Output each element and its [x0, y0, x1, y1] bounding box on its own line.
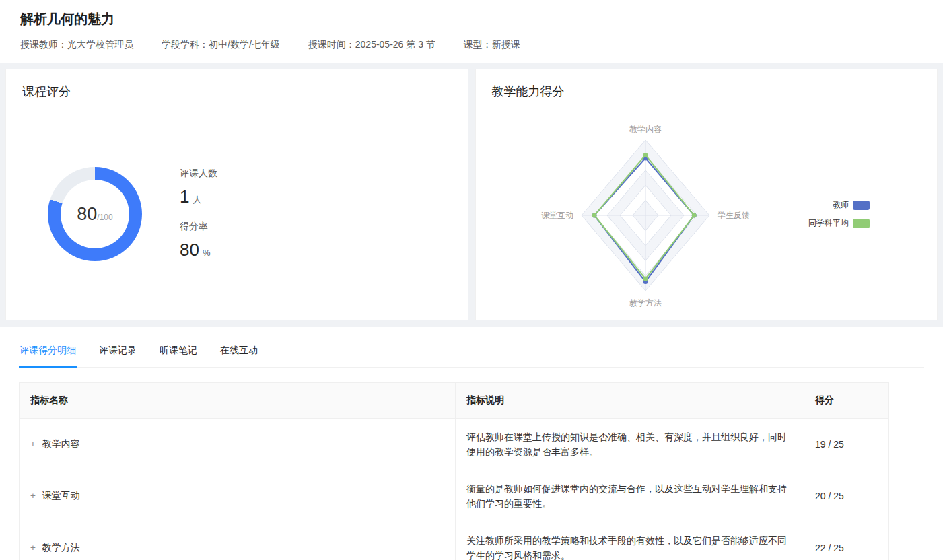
tab-item-1[interactable]: 评课记录 — [98, 335, 137, 367]
stat-label: 得分率 — [180, 221, 217, 233]
indicator-name-cell: +教学内容 — [20, 419, 456, 470]
expand-icon[interactable]: + — [30, 491, 36, 501]
donut-chart: 80/100 — [48, 167, 142, 261]
tab-item-0[interactable]: 评课得分明细 — [19, 335, 77, 368]
page-header: 解析几何的魅力 授课教师：光大学校管理员学段学科：初中/数学/七年级授课时间：2… — [0, 0, 943, 63]
stat-unit: % — [203, 248, 211, 258]
legend-marker — [853, 201, 870, 210]
radar-chart: 教学内容学生反馈教学方法课堂互动 — [484, 114, 807, 314]
indicator-score: 22 / 25 — [804, 522, 889, 560]
indicator-name: 课堂互动 — [42, 490, 80, 501]
stat-unit: 人 — [193, 195, 201, 205]
donut-center: 80/100 — [61, 180, 129, 248]
legend-item[interactable]: 同学科平均 — [808, 217, 870, 229]
indicator-name: 教学内容 — [42, 438, 80, 449]
indicator-score: 19 / 25 — [804, 419, 889, 470]
column-header-indicator-desc: 指标说明 — [456, 383, 804, 419]
radar-axis-label: 教学方法 — [629, 298, 662, 308]
stat-block: 评课人数1人 — [180, 168, 217, 207]
course-score-card: 课程评分 80/100 评课人数1人得分率80% — [5, 69, 468, 320]
stat-value: 80 — [180, 240, 199, 260]
meta-value: 初中/数学/七年级 — [209, 39, 280, 50]
indicator-desc: 关注教师所采用的教学策略和技术手段的有效性，以及它们是否能够适应不同学生的学习风… — [456, 522, 804, 560]
indicator-desc: 衡量的是教师如何促进课堂内的交流与合作，以及这些互动对学生理解和支持他们学习的重… — [456, 470, 804, 522]
meta-label: 学段学科： — [162, 39, 209, 50]
stat-block: 得分率80% — [180, 221, 217, 260]
indicator-score: 20 / 25 — [804, 470, 889, 522]
meta-value: 光大学校管理员 — [67, 39, 133, 50]
legend-label: 同学科平均 — [808, 217, 849, 229]
course-score-card-title: 课程评分 — [6, 69, 468, 114]
teaching-ability-card: 教学能力得分 教学内容学生反馈教学方法课堂互动 教师同学科平均 — [475, 69, 938, 320]
radar-legend: 教师同学科平均 — [808, 199, 870, 229]
legend-label: 教师 — [833, 199, 849, 211]
column-header-indicator-name: 指标名称 — [20, 383, 456, 419]
stat-value-row: 1人 — [180, 186, 217, 207]
teaching-ability-card-title: 教学能力得分 — [476, 69, 938, 114]
cards-row: 课程评分 80/100 评课人数1人得分率80% 教学能力得分 教学内容学生反馈… — [5, 69, 938, 320]
indicator-name: 教学方法 — [42, 542, 80, 553]
table-row: +教学内容评估教师在课堂上传授的知识是否准确、相关、有深度，并且组织良好，同时使… — [20, 419, 889, 470]
indicator-name-cell: +教学方法 — [20, 522, 456, 560]
score-stats: 评课人数1人得分率80% — [180, 168, 217, 260]
teaching-ability-card-body: 教学内容学生反馈教学方法课堂互动 教师同学科平均 — [476, 114, 938, 314]
indicator-desc: 评估教师在课堂上传授的知识是否准确、相关、有深度，并且组织良好，同时使用的教学资… — [456, 419, 804, 470]
legend-item[interactable]: 教师 — [833, 199, 870, 211]
meta-value: 2025-05-26 第 3 节 — [355, 39, 435, 50]
table-row: +课堂互动衡量的是教师如何促进课堂内的交流与合作，以及这些互动对学生理解和支持他… — [20, 470, 889, 522]
indicator-name-cell: +课堂互动 — [20, 470, 456, 522]
legend-marker — [853, 219, 870, 228]
column-header-score: 得分 — [804, 383, 889, 419]
meta-label: 授课教师： — [20, 39, 67, 50]
tab-item-2[interactable]: 听课笔记 — [159, 335, 198, 367]
meta-label: 课型： — [464, 39, 492, 50]
page-title: 解析几何的魅力 — [20, 10, 923, 28]
score-detail-table: 指标名称 指标说明 得分 +教学内容评估教师在课堂上传授的知识是否准确、相关、有… — [19, 382, 889, 560]
meta-item: 学段学科：初中/数学/七年级 — [162, 39, 280, 51]
radar-axis-label: 课堂互动 — [541, 211, 573, 220]
meta-item: 授课教师：光大学校管理员 — [20, 39, 133, 51]
donut-score-max: /100 — [97, 213, 112, 222]
donut-score-value: 80 — [77, 204, 97, 225]
meta-value: 新授课 — [492, 39, 520, 50]
meta-item: 课型：新授课 — [464, 39, 520, 51]
expand-icon[interactable]: + — [30, 439, 36, 449]
stat-value-row: 80% — [180, 240, 217, 260]
course-meta-row: 授课教师：光大学校管理员学段学科：初中/数学/七年级授课时间：2025-05-2… — [20, 39, 923, 51]
tab-item-3[interactable]: 在线互动 — [219, 335, 258, 367]
meta-label: 授课时间： — [308, 39, 355, 50]
table-header-row: 指标名称 指标说明 得分 — [20, 383, 889, 419]
stat-value: 1 — [180, 186, 189, 207]
meta-item: 授课时间：2025-05-26 第 3 节 — [308, 39, 435, 51]
course-score-card-body: 80/100 评课人数1人得分率80% — [6, 114, 468, 314]
table-row: +教学方法关注教师所采用的教学策略和技术手段的有效性，以及它们是否能够适应不同学… — [20, 522, 889, 560]
detail-panel: 评课得分明细评课记录听课笔记在线互动 指标名称 指标说明 得分 +教学内容评估教… — [0, 327, 943, 560]
radar-axis-label: 教学内容 — [629, 125, 662, 134]
expand-icon[interactable]: + — [30, 542, 36, 553]
stat-label: 评课人数 — [180, 168, 217, 180]
radar-axis-label: 学生反馈 — [718, 211, 750, 220]
tab-bar: 评课得分明细评课记录听课笔记在线互动 — [19, 335, 924, 368]
